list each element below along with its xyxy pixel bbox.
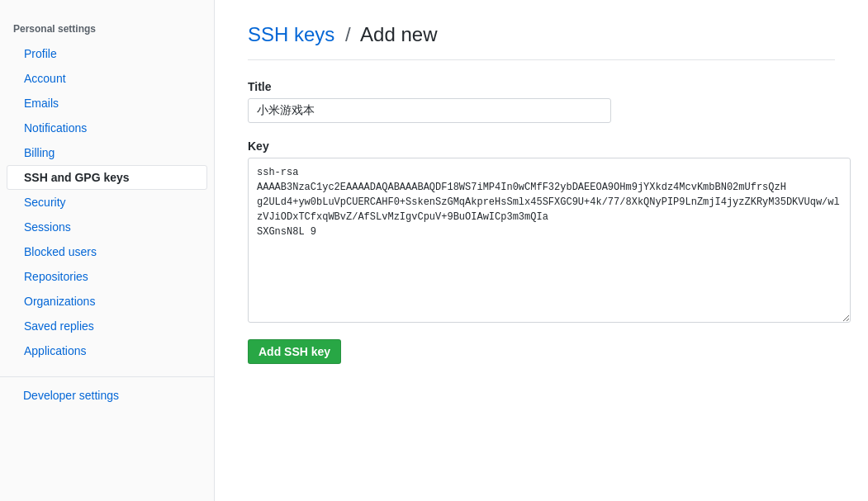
sidebar-item-repositories[interactable]: Repositories (0, 264, 214, 289)
sidebar-item-saved-replies[interactable]: Saved replies (0, 314, 214, 338)
sidebar-developer-section: Developer settings (0, 384, 214, 407)
sidebar-item-ssh-gpg-keys[interactable]: SSH and GPG keys (7, 165, 207, 190)
page-subtitle: Add new (360, 23, 437, 45)
sidebar-item-notifications[interactable]: Notifications (0, 116, 214, 140)
sidebar-item-billing[interactable]: Billing (0, 140, 214, 165)
sidebar-item-developer-settings[interactable]: Developer settings (0, 384, 214, 407)
key-field-group: Key <span class="key-type">ssh-rsa</span… (248, 139, 835, 323)
sidebar-item-organizations[interactable]: Organizations (0, 289, 214, 314)
add-ssh-key-section: Add SSH key (248, 339, 835, 364)
sidebar-item-account[interactable]: Account (0, 66, 214, 91)
sidebar-personal-settings-section: Personal settings Profile Account Emails… (0, 17, 214, 363)
sidebar: Personal settings Profile Account Emails… (0, 0, 215, 501)
key-textarea[interactable]: <span class="key-type">ssh-rsa</span> AA… (248, 158, 851, 323)
sidebar-item-sessions[interactable]: Sessions (0, 215, 214, 239)
sidebar-item-blocked-users[interactable]: Blocked users (0, 239, 214, 264)
title-input[interactable] (248, 98, 611, 123)
title-field-group: Title (248, 80, 835, 123)
breadcrumb-separator: / (345, 23, 351, 45)
main-content: SSH keys / Add new Title Key <span class… (215, 0, 868, 501)
sidebar-section-header: Personal settings (0, 17, 214, 41)
sidebar-item-profile[interactable]: Profile (0, 41, 214, 66)
sidebar-item-applications[interactable]: Applications (0, 338, 214, 363)
title-label: Title (248, 80, 835, 93)
sidebar-item-security[interactable]: Security (0, 190, 214, 215)
sidebar-divider (0, 376, 214, 377)
page-heading: SSH keys / Add new (248, 23, 835, 60)
key-label: Key (248, 139, 835, 153)
sidebar-item-emails[interactable]: Emails (0, 91, 214, 116)
breadcrumb-link[interactable]: SSH keys (248, 23, 334, 45)
add-ssh-key-button[interactable]: Add SSH key (248, 339, 341, 364)
